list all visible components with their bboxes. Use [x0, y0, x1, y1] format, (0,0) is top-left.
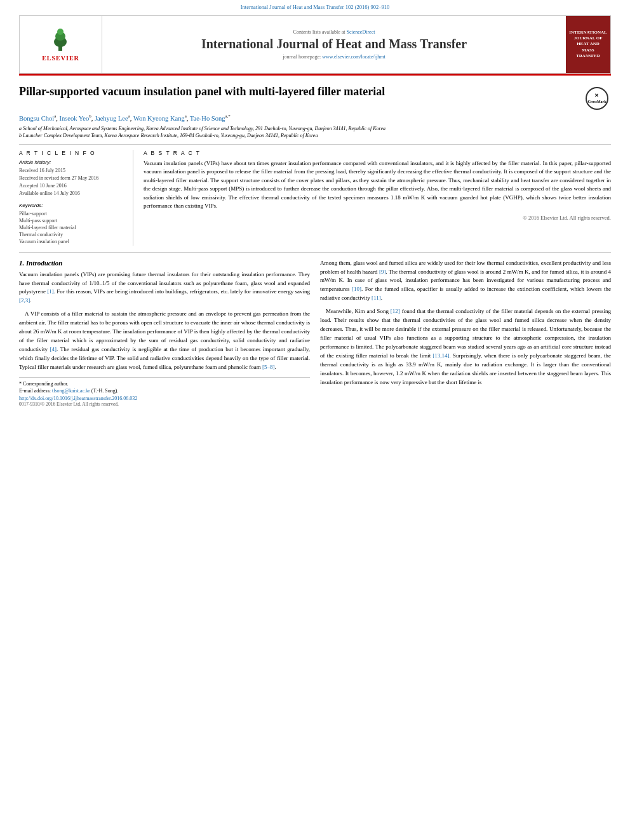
crossmark-circle: ✕CrossMark: [586, 87, 608, 110]
received-revised-date: Received in revised form 27 May 2016: [19, 175, 126, 182]
intro-paragraph-1: Vacuum insulation panels (VIPs) are prom…: [19, 270, 310, 306]
keyword-2: Multi-pass support: [19, 217, 126, 224]
article-history-label: Article history:: [19, 159, 126, 165]
footnote-section: * Corresponding author. E-mail address: …: [19, 377, 310, 407]
intro-paragraph-2: A VIP consists of a filler material to s…: [19, 310, 310, 372]
author-a-sup3: a: [185, 114, 187, 119]
page-wrapper: International Journal of Heat and Mass T…: [0, 0, 630, 840]
journal-logo-box-area: INTERNATIONAL JOURNAL OF HEAT AND MASS T…: [566, 16, 610, 73]
received-date: Received 16 July 2015: [19, 167, 126, 174]
article-info-label: A R T I C L E I N F O: [19, 150, 126, 156]
keyword-1: Pillar-support: [19, 210, 126, 217]
email-line: E-mail address: tlsong@kaist.ac.kr (T.-H…: [19, 387, 310, 394]
abstract-label: A B S T R A C T: [144, 150, 611, 156]
header-banner: ELSEVIER Contents lists available at Sci…: [19, 15, 611, 74]
journal-ref-text: International Journal of Heat and Mass T…: [241, 4, 389, 10]
author-bongsu[interactable]: Bongsu Choi: [19, 115, 54, 122]
journal-title: International Journal of Heat and Mass T…: [201, 37, 467, 51]
authors-line: Bongsu Choia, Inseok Yeob, Jaehyug Leea,…: [19, 114, 611, 122]
author-jaehyug[interactable]: Jaehyug Lee: [95, 115, 128, 122]
author-a-sup1: a: [54, 114, 56, 119]
article-info-abstract-section: A R T I C L E I N F O Article history: R…: [19, 144, 611, 246]
right-paragraph-1: Among them, glass wool and fumed silica …: [320, 259, 611, 303]
copyright-line: © 2016 Elsevier Ltd. All rights reserved…: [144, 215, 611, 221]
keyword-5: Vacuum insulation panel: [19, 238, 126, 245]
author-won[interactable]: Won Kyeong Kang: [133, 115, 185, 122]
affiliations: a School of Mechanical, Aerospace and Sy…: [19, 125, 611, 139]
keywords-section: Keywords: Pillar-support Multi-pass supp…: [19, 203, 126, 246]
keyword-4: Thermal conductivity: [19, 231, 126, 238]
article-title: Pillar-supported vacuum insulation panel…: [19, 84, 579, 99]
main-body-two-col: 1. Introduction Vacuum insulation panels…: [19, 259, 611, 408]
email-author-name: (T.-H. Song).: [91, 388, 119, 394]
keyword-3: Multi-layered filler material: [19, 224, 126, 231]
author-inseok[interactable]: Inseok Yeo: [60, 115, 90, 122]
corresponding-label: * Corresponding author.: [19, 381, 69, 387]
header-center: Contents lists available at ScienceDirec…: [102, 16, 566, 73]
available-date: Available online 14 July 2016: [19, 190, 126, 197]
author-a-sup2: a: [128, 114, 130, 119]
ref-9[interactable]: [9]: [379, 269, 386, 275]
main-col-left: 1. Introduction Vacuum insulation panels…: [19, 259, 310, 408]
elsevier-logo-area: ELSEVIER: [20, 16, 102, 73]
crossmark-inner: ✕CrossMark: [587, 93, 606, 104]
author-taeho[interactable]: Tae-Ho Song: [190, 115, 225, 122]
elsevier-tree-icon: [44, 28, 76, 52]
keywords-label: Keywords:: [19, 203, 126, 208]
email-label: E-mail address:: [19, 388, 51, 394]
article-info-column: A R T I C L E I N F O Article history: R…: [19, 150, 133, 246]
svg-point-3: [57, 29, 64, 35]
ref-11[interactable]: [11]: [372, 295, 381, 301]
crossmark-badge[interactable]: ✕CrossMark: [586, 87, 611, 110]
main-col-right: Among them, glass wool and fumed silica …: [320, 259, 611, 408]
article-body: Pillar-supported vacuum insulation panel…: [0, 76, 630, 407]
journal-logo-text: INTERNATIONAL JOURNAL OF HEAT AND MASS T…: [569, 30, 607, 58]
homepage-label-text: journal homepage:: [283, 54, 322, 60]
journal-homepage-link[interactable]: www.elsevier.com/locate/ijhmt: [322, 54, 385, 60]
corresponding-author-note: * Corresponding author.: [19, 380, 310, 387]
ref-1[interactable]: [1]: [47, 288, 54, 295]
ref-4[interactable]: [4]: [50, 346, 57, 352]
contents-text: Contents lists available at: [293, 29, 345, 35]
section1-heading: 1. Introduction: [19, 259, 310, 267]
elsevier-text: ELSEVIER: [42, 55, 79, 62]
author-a-sup4: a,*: [225, 114, 230, 119]
ref-13-14[interactable]: [13,14]: [432, 352, 449, 359]
issn-line: 0017-9310/© 2016 Elsevier Ltd. All right…: [19, 401, 310, 407]
accepted-date: Accepted 10 June 2016: [19, 182, 126, 189]
doi-line: http://dx.doi.org/10.1016/j.ijheatmasstr…: [19, 396, 310, 401]
affiliation-b: b Launcher Complex Development Team, Kor…: [19, 132, 611, 139]
ref-5-8[interactable]: [5–8]: [262, 364, 275, 370]
ref-10[interactable]: [10]: [352, 286, 361, 292]
article-title-section: Pillar-supported vacuum insulation panel…: [19, 84, 611, 110]
contents-available-line: Contents lists available at ScienceDirec…: [293, 29, 375, 35]
email-address[interactable]: tlsong@kaist.ac.kr: [52, 388, 90, 394]
ref-12[interactable]: [12]: [391, 308, 400, 314]
sciencedirect-link[interactable]: ScienceDirect: [347, 29, 375, 35]
ref-2-3[interactable]: [2,3]: [19, 297, 30, 303]
doi-link[interactable]: http://dx.doi.org/10.1016/j.ijheatmasstr…: [19, 396, 137, 401]
journal-reference: International Journal of Heat and Mass T…: [0, 0, 630, 13]
affiliation-a: a School of Mechanical, Aerospace and Sy…: [19, 125, 611, 132]
right-paragraph-2: Meanwhile, Kim and Song [12] found that …: [320, 307, 611, 387]
elsevier-logo: ELSEVIER: [42, 28, 79, 62]
abstract-column: A B S T R A C T Vacuum insulation panels…: [144, 150, 611, 246]
journal-homepage: journal homepage: www.elsevier.com/locat…: [283, 54, 385, 60]
author-b-sup: b: [89, 114, 91, 119]
bottom-divider: [19, 252, 611, 253]
abstract-text: Vacuum insulation panels (VIPs) have abo…: [144, 159, 611, 211]
